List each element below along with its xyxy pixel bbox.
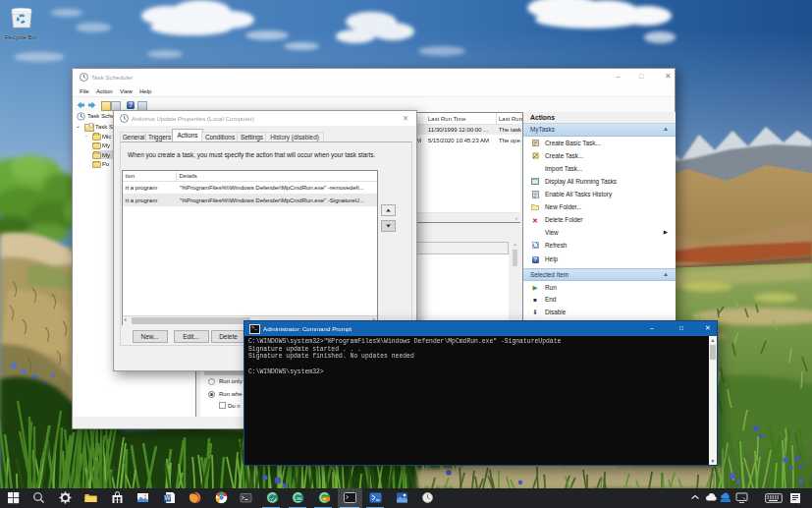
svg-text:W: W [164,494,171,501]
svg-text:XML: XML [297,497,303,501]
